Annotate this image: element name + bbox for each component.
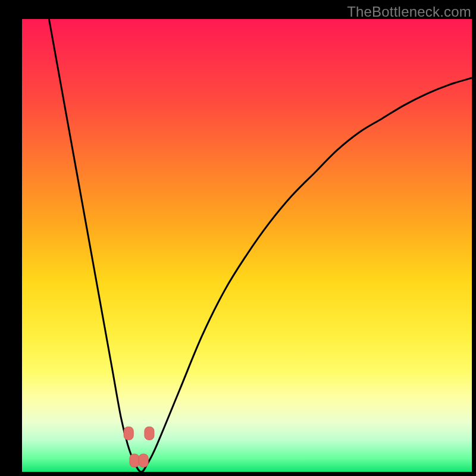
curve-marker [124,427,133,440]
curve-marker [130,454,139,467]
bottleneck-curve [22,19,472,472]
chart-plot-area [22,19,472,472]
curve-marker [145,427,154,440]
chart-frame: TheBottleneck.com [0,0,476,476]
curve-marker [139,454,148,467]
watermark-text: TheBottleneck.com [347,4,471,20]
